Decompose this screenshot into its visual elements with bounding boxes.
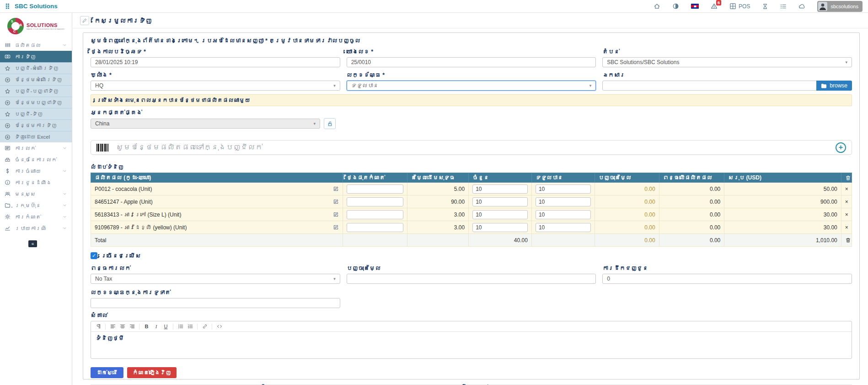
sidebar-item-reports[interactable]: របាយការណ៍ (0, 222, 72, 234)
unlock-supplier-button[interactable] (324, 118, 336, 129)
shipping-input[interactable] (602, 274, 852, 284)
edit-page-icon[interactable] (80, 16, 89, 25)
document-input[interactable] (602, 81, 817, 91)
browse-button[interactable]: browse (816, 81, 852, 91)
submit-button[interactable]: ដាក់ស្នើ (91, 367, 123, 378)
edit-product-icon[interactable] (333, 224, 339, 230)
discount-cell[interactable]: 0.00 (595, 195, 659, 208)
received-input[interactable] (536, 184, 591, 194)
zone-select[interactable]: SBC Solutions/SBC Solutions ▾ (602, 57, 852, 67)
code-icon[interactable] (215, 322, 224, 331)
sidebar-item-sales[interactable]: ការលក់ (0, 142, 72, 154)
quantity-input[interactable] (472, 197, 528, 206)
sidebar-item-products[interactable]: ផលិតផល (0, 39, 72, 51)
hourglass-icon[interactable] (762, 3, 768, 10)
sidebar-item-purchase-order-add[interactable]: បន្ថែមបញ្ជាទិញ (0, 97, 72, 108)
sidebar-item-notifications[interactable]: ការជូនដំណឹង (0, 177, 72, 188)
sidebar-item-purchase-request-add[interactable]: បន្ថែមសំណើរទិញ (0, 74, 72, 85)
quantity-cell (469, 183, 532, 195)
user-menu[interactable]: sbcsolutions (817, 1, 863, 12)
payment-term-input[interactable] (91, 298, 340, 308)
date-input[interactable] (91, 57, 340, 67)
quantity-input[interactable] (472, 223, 528, 232)
edit-product-icon[interactable] (333, 199, 339, 205)
expiry-input[interactable] (347, 197, 403, 206)
sidebar-item-purchase-request-list[interactable]: បញ្ជី-សំណើរទិញ (0, 62, 72, 74)
plus-circle-icon (5, 134, 11, 140)
tax-cell[interactable]: 0.00 (659, 208, 724, 221)
reset-button[interactable]: កំណត់ឡើងវិញ (127, 367, 177, 378)
remove-row-button[interactable]: × (841, 208, 852, 221)
sidebar-item-people[interactable]: មនុស្ស (0, 188, 72, 200)
alerts-button[interactable]: 6 (711, 3, 718, 10)
sidebar-item-purchase-list[interactable]: បញ្ជី-ទិញ (0, 108, 72, 119)
sidebar-item-company[interactable]: ក្រុមហ៊ុន (0, 200, 72, 211)
received-input[interactable] (536, 210, 591, 219)
supplier-select[interactable]: China ▾ (91, 119, 320, 129)
expiry-input[interactable] (347, 223, 403, 232)
list-ol-icon[interactable] (186, 322, 194, 331)
tax-cell[interactable]: 0.00 (659, 195, 724, 208)
align-left-icon[interactable] (108, 322, 117, 331)
sidebar-collapse-button[interactable]: « (28, 240, 37, 247)
discount-cell[interactable]: 0.00 (595, 221, 659, 234)
status-select[interactable]: ទទួលបាន ▾ (347, 81, 596, 91)
total-subtotal-cell: 1,010.00 (724, 234, 841, 247)
total-qty-cell: 40.00 (469, 234, 532, 247)
more-options-checkbox[interactable]: ✓ (91, 252, 97, 259)
received-input[interactable] (536, 223, 591, 232)
sidebar-item-pos[interactable]: ចំនុចនៃការលក់ (0, 154, 72, 165)
home-icon[interactable] (654, 3, 660, 10)
sidebar-item-purchase-add[interactable]: បន្ថែមការទិញ (0, 119, 72, 131)
sidebar-item-purchase-order-list[interactable]: បញ្ជី-បញ្ជាទិញ (0, 85, 72, 97)
main-content: កែសម្រួលការទិញ សូមបំពេញនៅក្នុងព័ត៌មានខាង… (73, 13, 868, 385)
warehouse-select[interactable]: HQ ▾ (91, 81, 340, 91)
remove-row-button[interactable]: × (841, 221, 852, 234)
tax-cell[interactable]: 0.00 (659, 183, 724, 195)
brand-link[interactable]: SBC Solutions (5, 3, 58, 10)
edit-product-icon[interactable] (333, 186, 339, 192)
paragraph-icon[interactable] (94, 322, 102, 331)
remove-row-button[interactable]: × (841, 195, 852, 208)
received-input[interactable] (536, 197, 591, 206)
cloud-icon[interactable] (798, 3, 805, 10)
note-editor-content[interactable]: ទំនិញថ្មី (91, 332, 852, 358)
tax-cell[interactable]: 0.00 (659, 221, 724, 234)
trash-icon[interactable] (845, 175, 848, 181)
bold-icon[interactable]: B (142, 322, 151, 331)
add-product-button[interactable]: + (836, 142, 846, 153)
order-tax-label: ពន្ធការលក់ (91, 265, 340, 271)
edit-product-icon[interactable] (333, 211, 339, 217)
alert-count-badge: 6 (716, 0, 721, 5)
list-ul-icon[interactable] (176, 322, 185, 331)
order-discount-input[interactable] (347, 274, 596, 284)
list-bullets-icon[interactable] (780, 3, 787, 10)
pos-button[interactable]: POS (729, 3, 750, 10)
sidebar-item-purchase-excel[interactable]: ទិញដោយ Excel (0, 131, 72, 142)
discount-cell[interactable]: 0.00 (595, 183, 659, 195)
remove-row-button[interactable]: × (841, 183, 852, 195)
folder-icon (821, 83, 827, 89)
star-icon (5, 65, 11, 71)
italic-icon[interactable]: I (152, 322, 161, 331)
sidebar-item-expenses[interactable]: ការចំណាយ (0, 165, 72, 177)
product-search-input[interactable]: សូមបន្ថែមផលិតផលទៅក្នុងបញ្ជីលក់ (116, 143, 836, 152)
trash-icon[interactable] (845, 237, 848, 243)
quantity-input[interactable] (472, 210, 528, 219)
link-icon[interactable] (200, 322, 209, 331)
pos-grid-icon (729, 3, 736, 10)
align-right-icon[interactable] (128, 322, 136, 331)
sidebar-logo[interactable]: S B C SOLUTIONS MAKE YOUR BUSINESS MUCH … (0, 13, 72, 39)
cambodia-flag-icon[interactable] (691, 4, 699, 9)
expiry-input[interactable] (347, 184, 403, 194)
order-tax-select[interactable]: No Tax ▾ (91, 274, 340, 284)
quantity-input[interactable] (472, 184, 528, 194)
contrast-icon[interactable] (672, 3, 679, 10)
underline-icon[interactable]: U (161, 322, 170, 331)
discount-cell[interactable]: 0.00 (595, 208, 659, 221)
sidebar-item-purchase[interactable]: ការទិញ (0, 51, 72, 62)
sidebar-item-settings[interactable]: ការកំណត់ (0, 211, 72, 222)
align-center-icon[interactable] (118, 322, 127, 331)
reference-input[interactable] (347, 57, 596, 67)
expiry-input[interactable] (347, 210, 403, 219)
